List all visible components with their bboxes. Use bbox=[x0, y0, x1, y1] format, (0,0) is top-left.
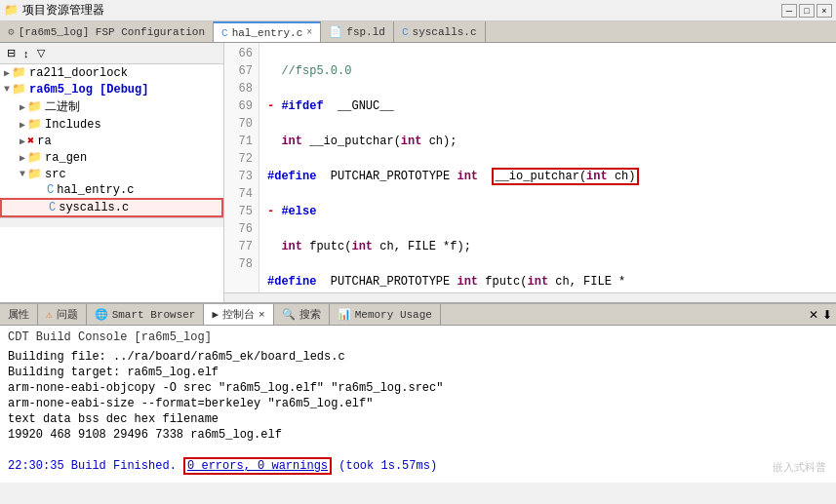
maximize-button[interactable]: □ bbox=[799, 4, 815, 18]
code-line-71: int fputc(int ch, FILE *f); bbox=[267, 238, 828, 255]
tab-hal-entry[interactable]: C hal_entry.c × bbox=[214, 21, 321, 42]
console-line-1: Building file: ../ra/board/ra6m5_ek/boar… bbox=[8, 349, 828, 365]
tab-hal-entry-label: hal_entry.c bbox=[232, 27, 303, 39]
search-icon: 🔍 bbox=[282, 308, 296, 321]
tab-memory-usage[interactable]: 📊 Memory Usage bbox=[330, 304, 441, 325]
tab-properties[interactable]: 属性 bbox=[0, 304, 38, 325]
syscalls-file-icon: C bbox=[49, 201, 56, 214]
fold-arrow-ra6m5[interactable]: ▼ bbox=[4, 84, 10, 95]
tab-properties-label: 属性 bbox=[8, 307, 29, 322]
tree-item-syscalls[interactable]: C syscalls.c bbox=[0, 198, 223, 217]
editor-horizontal-scrollbar[interactable] bbox=[224, 292, 836, 302]
hal-entry-icon: C bbox=[221, 27, 228, 39]
build-duration: (took 1s.57ms) bbox=[338, 459, 437, 473]
tree-label-ra2l1: ra2l1_doorlock bbox=[29, 66, 128, 80]
tree-item-ra[interactable]: ▶ ✖ ra bbox=[0, 133, 223, 149]
tab-smart-browser-label: Smart Browser bbox=[112, 309, 196, 321]
tab-search-label: 搜索 bbox=[299, 307, 321, 322]
code-editor[interactable]: 66 67 68 69 70 71 72 73 74 75 76 77 78 /… bbox=[224, 43, 836, 292]
collapse-all-button[interactable]: ⊟ bbox=[4, 46, 19, 60]
code-line-67: - #ifdef __GNUC__ bbox=[267, 97, 828, 115]
console-icon: ▶ bbox=[212, 308, 219, 321]
main-layout: ⊟ ↕ ▽ ▶ 📁 ra2l1_doorlock ▼ 📁 ra6m5_log [… bbox=[0, 43, 836, 302]
sidebar-toolbar: ⊟ ↕ ▽ bbox=[0, 43, 223, 64]
fold-arrow-ra[interactable]: ▶ bbox=[20, 136, 25, 147]
line-numbers: 66 67 68 69 70 71 72 73 74 75 76 77 78 bbox=[224, 43, 259, 292]
window-title: 项目资源管理器 bbox=[22, 2, 104, 19]
binaries-icon: 📁 bbox=[27, 99, 42, 114]
code-line-66: //fsp5.0.0 bbox=[267, 62, 828, 80]
build-errors: 0 errors, 0 warnings bbox=[183, 457, 332, 475]
build-timestamp: 22:30:35 bbox=[8, 459, 64, 473]
scroll-down-button[interactable]: ⬇ bbox=[822, 308, 832, 322]
smart-browser-icon: 🌐 bbox=[95, 308, 108, 321]
tree-label-syscalls: syscalls.c bbox=[59, 201, 129, 214]
fold-arrow-ra2l1[interactable]: ▶ bbox=[4, 67, 10, 79]
src-icon: 📁 bbox=[27, 167, 42, 181]
tab-search[interactable]: 🔍 搜索 bbox=[274, 304, 330, 325]
problems-icon: ⚠ bbox=[46, 308, 53, 321]
console-line-6: 19920 468 9108 29496 7338 ra6m5_log.elf bbox=[8, 427, 828, 443]
tab-console-close[interactable]: × bbox=[259, 309, 265, 321]
console-title: CDT Build Console [ra6m5_log] bbox=[8, 330, 828, 345]
console-line-3: arm-none-eabi-objcopy -O srec "ra6m5_log… bbox=[8, 380, 828, 396]
code-line-68: int __io_putchar(int ch); bbox=[267, 133, 828, 150]
tab-fsp-config[interactable]: ⚙ [ra6m5_log] FSP Configuration bbox=[0, 21, 214, 42]
tab-problems-label: 问题 bbox=[57, 307, 78, 322]
sidebar-tree: ▶ 📁 ra2l1_doorlock ▼ 📁 ra6m5_log [Debug]… bbox=[0, 64, 223, 217]
tree-label-includes: Includes bbox=[45, 118, 101, 132]
minimize-button[interactable]: ─ bbox=[781, 4, 797, 18]
tab-console[interactable]: ▶ 控制台 × bbox=[204, 304, 273, 325]
console-line-blank bbox=[8, 443, 828, 458]
main-tab-bar: ⚙ [ra6m5_log] FSP Configuration C hal_en… bbox=[0, 21, 836, 43]
close-console-button[interactable]: ✕ bbox=[809, 308, 818, 322]
tab-problems[interactable]: ⚠ 问题 bbox=[38, 304, 87, 325]
sidebar: ⊟ ↕ ▽ ▶ 📁 ra2l1_doorlock ▼ 📁 ra6m5_log [… bbox=[0, 43, 224, 302]
close-window-button[interactable]: × bbox=[816, 4, 832, 18]
tree-item-ra2l1[interactable]: ▶ 📁 ra2l1_doorlock bbox=[0, 64, 223, 81]
folder-icon-ra2l1: 📁 bbox=[12, 65, 26, 80]
window-title-bar: 📁 项目资源管理器 ─ □ × bbox=[0, 0, 836, 21]
fold-arrow-src[interactable]: ▼ bbox=[20, 169, 25, 179]
tree-item-src[interactable]: ▼ 📁 src bbox=[0, 166, 223, 182]
watermark: 嵌入式科普 bbox=[773, 460, 826, 475]
code-line-70: - #else bbox=[267, 203, 828, 220]
tab-smart-browser[interactable]: 🌐 Smart Browser bbox=[87, 304, 205, 325]
tree-item-ra6m5-log[interactable]: ▼ 📁 ra6m5_log [Debug] bbox=[0, 81, 223, 97]
sidebar-horizontal-scroll[interactable] bbox=[0, 217, 223, 227]
tab-syscalls[interactable]: C syscalls.c bbox=[394, 21, 486, 42]
fsp-ld-icon: 📄 bbox=[329, 25, 342, 38]
ra-icon: ✖ bbox=[27, 134, 34, 148]
tab-fsp-ld[interactable]: 📄 fsp.ld bbox=[321, 21, 394, 42]
build-status: Build Finished. bbox=[71, 459, 183, 473]
tree-label-ra-gen: ra_gen bbox=[45, 151, 87, 165]
filter-button[interactable]: ▽ bbox=[34, 46, 48, 60]
fold-arrow-includes[interactable]: ▶ bbox=[20, 119, 25, 131]
code-content[interactable]: //fsp5.0.0 - #ifdef __GNUC__ int __io_pu… bbox=[259, 43, 836, 292]
tree-item-binaries[interactable]: ▶ 📁 二进制 bbox=[0, 97, 223, 116]
console-line-4: arm-none-eabi-size --format=berkeley "ra… bbox=[8, 396, 828, 411]
tree-item-ra-gen[interactable]: ▶ 📁 ra_gen bbox=[0, 149, 223, 166]
bottom-tab-actions: ✕ ⬇ bbox=[805, 304, 836, 325]
tree-label-binaries: 二进制 bbox=[45, 98, 80, 115]
tree-item-includes[interactable]: ▶ 📁 Includes bbox=[0, 116, 223, 133]
code-line-72: #define PUTCHAR_PROTOTYPE int fputc(int … bbox=[267, 273, 828, 291]
memory-icon: 📊 bbox=[338, 308, 351, 321]
link-editor-button[interactable]: ↕ bbox=[20, 47, 32, 60]
tab-fsp-ld-label: fsp.ld bbox=[346, 26, 385, 38]
bottom-panel: 属性 ⚠ 问题 🌐 Smart Browser ▶ 控制台 × 🔍 搜索 📊 M… bbox=[0, 302, 836, 483]
tab-console-label: 控制台 bbox=[222, 307, 255, 322]
code-line-69: #define PUTCHAR_PROTOTYPE int __io_putch… bbox=[267, 168, 828, 185]
fsp-config-icon: ⚙ bbox=[8, 25, 15, 38]
hal-entry-file-icon: C bbox=[47, 183, 54, 197]
fold-arrow-ra-gen[interactable]: ▶ bbox=[20, 152, 25, 164]
tree-item-hal-entry[interactable]: C hal_entry.c bbox=[0, 182, 223, 198]
project-explorer-icon: 📁 bbox=[4, 3, 19, 18]
tab-hal-entry-close[interactable]: × bbox=[306, 27, 312, 38]
tab-syscalls-label: syscalls.c bbox=[413, 26, 477, 38]
tree-label-ra6m5: ra6m5_log [Debug] bbox=[29, 83, 148, 97]
editor-area: 66 67 68 69 70 71 72 73 74 75 76 77 78 /… bbox=[224, 43, 836, 302]
tab-memory-usage-label: Memory Usage bbox=[355, 309, 432, 321]
console-content: CDT Build Console [ra6m5_log] Building f… bbox=[0, 326, 836, 483]
fold-arrow-binaries[interactable]: ▶ bbox=[20, 101, 25, 113]
